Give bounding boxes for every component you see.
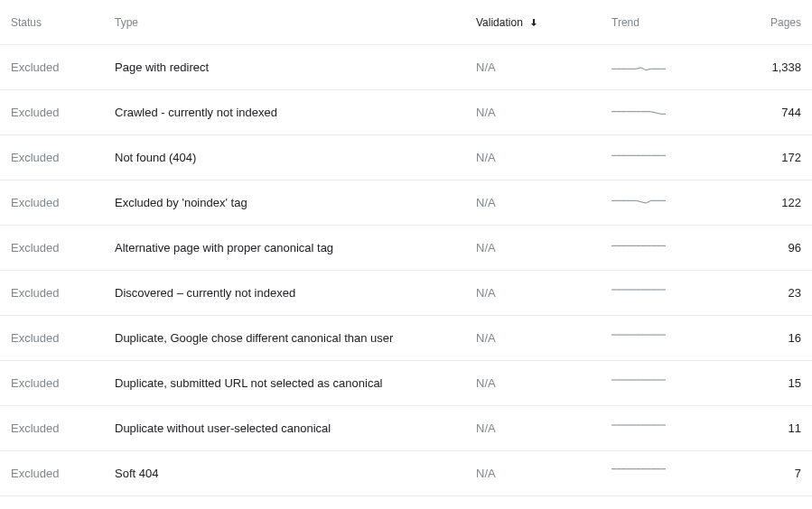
cell-status: Excluded bbox=[11, 106, 115, 119]
cell-validation: N/A bbox=[476, 467, 611, 480]
table-body: ExcludedPage with redirectN/A1,338Exclud… bbox=[0, 45, 812, 496]
cell-pages: 1,338 bbox=[729, 60, 801, 74]
table-row[interactable]: ExcludedExcluded by 'noindex' tagN/A122 bbox=[0, 180, 812, 226]
cell-status: Excluded bbox=[11, 241, 115, 255]
cell-status: Excluded bbox=[11, 151, 115, 164]
cell-pages: 23 bbox=[729, 286, 801, 300]
cell-trend bbox=[611, 421, 729, 436]
cell-trend bbox=[611, 106, 729, 120]
cell-trend bbox=[611, 376, 729, 391]
cell-pages: 16 bbox=[729, 331, 801, 345]
coverage-table: Status Type Validation Trend Pages Exclu… bbox=[0, 0, 812, 496]
cell-validation: N/A bbox=[476, 106, 611, 119]
cell-validation: N/A bbox=[476, 331, 611, 345]
cell-status: Excluded bbox=[11, 196, 115, 209]
header-trend-label: Trend bbox=[611, 16, 639, 29]
table-row[interactable]: ExcludedDuplicate without user-selected … bbox=[0, 406, 812, 451]
cell-validation: N/A bbox=[476, 286, 611, 300]
cell-status: Excluded bbox=[11, 331, 115, 345]
header-pages-label: Pages bbox=[770, 16, 801, 29]
table-row[interactable]: ExcludedPage with redirectN/A1,338 bbox=[0, 45, 812, 90]
table-row[interactable]: ExcludedDuplicate, Google chose differen… bbox=[0, 316, 812, 361]
cell-pages: 15 bbox=[729, 376, 801, 390]
header-type[interactable]: Type bbox=[115, 16, 476, 29]
table-row[interactable]: ExcludedCrawled - currently not indexedN… bbox=[0, 90, 812, 135]
cell-trend bbox=[611, 151, 729, 165]
cell-type: Duplicate, Google chose different canoni… bbox=[115, 331, 476, 345]
table-row[interactable]: ExcludedNot found (404)N/A172 bbox=[0, 135, 812, 180]
cell-status: Excluded bbox=[11, 286, 115, 300]
cell-validation: N/A bbox=[476, 241, 611, 255]
cell-trend bbox=[611, 241, 729, 255]
cell-trend bbox=[611, 196, 729, 210]
cell-pages: 172 bbox=[729, 151, 801, 164]
cell-trend bbox=[611, 60, 729, 75]
cell-validation: N/A bbox=[476, 151, 611, 164]
table-row[interactable]: ExcludedDuplicate, submitted URL not sel… bbox=[0, 361, 812, 406]
cell-trend bbox=[611, 286, 729, 301]
cell-trend bbox=[611, 331, 729, 346]
cell-type: Excluded by 'noindex' tag bbox=[115, 196, 476, 209]
cell-type: Duplicate, submitted URL not selected as… bbox=[115, 376, 476, 390]
header-type-label: Type bbox=[115, 16, 138, 29]
cell-validation: N/A bbox=[476, 376, 611, 390]
cell-type: Page with redirect bbox=[115, 60, 476, 74]
cell-status: Excluded bbox=[11, 376, 115, 390]
cell-trend bbox=[611, 467, 729, 481]
cell-validation: N/A bbox=[476, 421, 611, 435]
table-row[interactable]: ExcludedSoft 404N/A7 bbox=[0, 451, 812, 496]
cell-pages: 96 bbox=[729, 241, 801, 255]
cell-pages: 122 bbox=[729, 196, 801, 209]
cell-status: Excluded bbox=[11, 60, 115, 74]
table-row[interactable]: ExcludedDiscovered – currently not index… bbox=[0, 271, 812, 316]
header-pages[interactable]: Pages bbox=[729, 16, 801, 29]
cell-type: Duplicate without user-selected canonica… bbox=[115, 421, 476, 435]
cell-type: Discovered – currently not indexed bbox=[115, 286, 476, 300]
table-header-row: Status Type Validation Trend Pages bbox=[0, 0, 812, 45]
header-status[interactable]: Status bbox=[11, 16, 115, 29]
cell-type: Crawled - currently not indexed bbox=[115, 106, 476, 119]
cell-pages: 7 bbox=[729, 467, 801, 480]
cell-type: Soft 404 bbox=[115, 467, 476, 480]
header-trend[interactable]: Trend bbox=[611, 16, 729, 29]
header-validation[interactable]: Validation bbox=[476, 16, 611, 29]
header-validation-label: Validation bbox=[476, 16, 523, 29]
header-status-label: Status bbox=[11, 16, 42, 29]
cell-pages: 744 bbox=[729, 106, 801, 119]
cell-status: Excluded bbox=[11, 467, 115, 480]
table-row[interactable]: ExcludedAlternative page with proper can… bbox=[0, 226, 812, 271]
cell-pages: 11 bbox=[729, 421, 801, 435]
cell-type: Alternative page with proper canonical t… bbox=[115, 241, 476, 255]
cell-validation: N/A bbox=[476, 196, 611, 209]
arrow-down-icon bbox=[528, 17, 539, 28]
cell-validation: N/A bbox=[476, 60, 611, 74]
cell-type: Not found (404) bbox=[115, 151, 476, 164]
cell-status: Excluded bbox=[11, 421, 115, 435]
